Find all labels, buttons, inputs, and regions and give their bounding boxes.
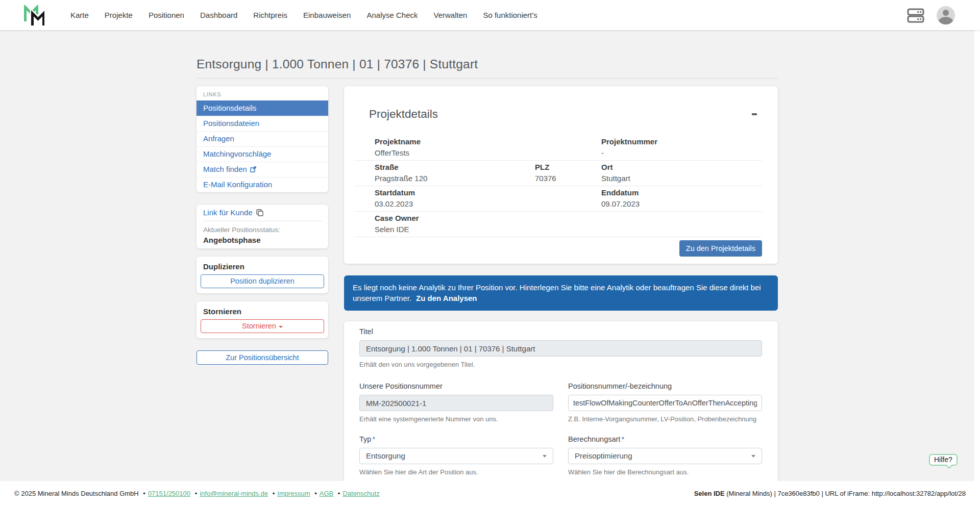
nav-item-so-funktionierts[interactable]: So funktioniert's bbox=[483, 11, 537, 19]
links-card: LINKS Positionsdetails Positionsdateien … bbox=[197, 86, 328, 192]
field-value: - bbox=[601, 148, 762, 158]
field-label: Case Owner bbox=[375, 214, 535, 223]
footer-datenschutz-link[interactable]: Datenschutz bbox=[342, 490, 379, 497]
to-project-details-button[interactable]: Zu den Projektdetails bbox=[679, 240, 762, 257]
sidebar-item-match-finden[interactable]: Match finden bbox=[197, 162, 328, 177]
nav-item-positionen[interactable]: Positionen bbox=[149, 11, 184, 19]
nav-item-karte[interactable]: Karte bbox=[70, 11, 89, 19]
analytics-info-banner: Es liegt noch keine Analytik zu Ihrer Po… bbox=[344, 275, 778, 311]
duplicate-card: Duplizieren Position duplizieren bbox=[197, 257, 328, 293]
copy-icon bbox=[256, 209, 263, 216]
title-divider bbox=[197, 78, 778, 79]
typ-hint: Wählen Sie hier die Art der Position aus… bbox=[359, 468, 553, 476]
nav-item-projekte[interactable]: Projekte bbox=[105, 11, 133, 19]
sidebar-item-matchingvorschlaege[interactable]: Matchingvorschläge bbox=[197, 146, 328, 162]
field-value: Pragstraße 120 bbox=[375, 174, 535, 183]
cancel-heading: Stornieren bbox=[203, 307, 322, 316]
nav-item-analyse-check[interactable]: Analyse Check bbox=[366, 11, 418, 19]
duplicate-heading: Duplizieren bbox=[203, 262, 322, 271]
user-avatar[interactable] bbox=[937, 6, 955, 24]
field-value: Stuttgart bbox=[601, 174, 762, 183]
field-row: Case OwnerSelen IDE bbox=[354, 212, 762, 237]
caret-down-icon bbox=[279, 326, 283, 328]
field-value: 03.02.2023 bbox=[375, 199, 535, 209]
titel-input bbox=[359, 340, 762, 357]
nav-item-einbauweisen[interactable]: Einbauweisen bbox=[303, 11, 351, 19]
field-row: ProjektnameOfferTests Projektnummer- bbox=[354, 135, 762, 161]
footer-session-info: Selen IDE (Mineral Minds) | 7ce360e83fb0… bbox=[694, 490, 966, 497]
berechnungsart-hint: Wählen Sie hier die Berechnungsart aus. bbox=[568, 468, 762, 476]
field-label: Straße bbox=[375, 163, 535, 172]
page-title: Entsorgung | 1.000 Tonnen | 01 | 70376 |… bbox=[197, 57, 778, 71]
titel-group: Titel Erhält den von uns vorgegebenen Ti… bbox=[359, 327, 762, 368]
project-fields: ProjektnameOfferTests Projektnummer- Str… bbox=[354, 135, 762, 237]
duplicate-position-button[interactable]: Position duplizieren bbox=[201, 274, 324, 288]
field-label: Enddatum bbox=[601, 188, 762, 197]
pos-number-input[interactable] bbox=[568, 395, 762, 411]
sidebar-item-anfragen[interactable]: Anfragen bbox=[197, 131, 328, 146]
pos-number-label: Positionsnummer/-bezeichnung bbox=[568, 382, 762, 391]
field-value: Selen IDE bbox=[375, 225, 535, 234]
project-details-heading: Projektdetails bbox=[369, 108, 438, 121]
typ-select[interactable]: Entsorgung bbox=[359, 448, 553, 464]
external-link-icon bbox=[250, 166, 256, 172]
sidebar-item-positionsdetails[interactable]: Positionsdetails bbox=[197, 100, 328, 116]
pos-number-group: Positionsnummer/-bezeichnung Z.B. Intern… bbox=[568, 382, 762, 423]
footer-phone-link[interactable]: 07151/250100 bbox=[148, 490, 190, 497]
titel-hint: Erhält den von uns vorgegebenen Titel. bbox=[359, 361, 762, 368]
nav-item-richtpreis[interactable]: Richtpreis bbox=[253, 11, 287, 19]
main-column: Projektdetails ProjektnameOfferTests Pro… bbox=[344, 86, 778, 481]
customer-link[interactable]: Link für Kunde bbox=[203, 208, 322, 217]
position-overview-button[interactable]: Zur Positionsübersicht bbox=[197, 350, 328, 365]
sidebar: LINKS Positionsdetails Positionsdateien … bbox=[197, 86, 328, 481]
mineral-minds-logo[interactable] bbox=[24, 5, 44, 26]
sidebar-item-positionsdateien[interactable]: Positionsdateien bbox=[197, 116, 328, 131]
nav-item-dashboard[interactable]: Dashboard bbox=[200, 11, 237, 19]
field-value: 70376 bbox=[535, 174, 601, 183]
to-analyses-link[interactable]: Zu den Analysen bbox=[416, 294, 477, 302]
main-menu: Karte Projekte Positionen Dashboard Rich… bbox=[70, 11, 553, 19]
our-number-input bbox=[359, 395, 553, 411]
customer-link-card: Link für Kunde Aktueller Positionsstatus… bbox=[197, 205, 328, 248]
footer-left: © 2025 Mineral Minds Deutschland GmbH •0… bbox=[14, 490, 380, 497]
card-reader-icon[interactable] bbox=[907, 7, 924, 23]
field-value: 09.07.2023 bbox=[601, 199, 762, 209]
position-form-card: Titel Erhält den von uns vorgegebenen Ti… bbox=[344, 321, 778, 481]
select-caret-icon bbox=[543, 455, 547, 458]
field-label: Startdatum bbox=[375, 188, 535, 197]
berechnungsart-label: Berechnungsart* bbox=[568, 435, 762, 444]
typ-label: Typ* bbox=[359, 435, 553, 444]
required-asterisk: * bbox=[372, 435, 375, 443]
divider bbox=[203, 221, 322, 221]
collapse-icon[interactable] bbox=[752, 113, 757, 115]
page-background: Entsorgung | 1.000 Tonnen | 01 | 70376 |… bbox=[0, 30, 974, 481]
footer-impressum-link[interactable]: Impressum bbox=[277, 490, 310, 497]
our-number-label: Unsere Positionsnummer bbox=[359, 382, 553, 391]
sidebar-item-email-konfiguration[interactable]: E-Mail Konfiguration bbox=[197, 177, 328, 192]
nav-item-verwalten[interactable]: Verwalten bbox=[434, 11, 468, 19]
navbar: Karte Projekte Positionen Dashboard Rich… bbox=[0, 0, 980, 30]
field-label: Projektname bbox=[375, 137, 535, 146]
field-label: Ort bbox=[601, 163, 762, 172]
typ-group: Typ* Entsorgung Wählen Sie hier die Art … bbox=[359, 435, 553, 476]
cancel-button[interactable]: Stornieren bbox=[201, 319, 324, 333]
field-label: PLZ bbox=[535, 163, 601, 172]
our-number-group: Unsere Positionsnummer Erhält eine syste… bbox=[359, 382, 553, 423]
footer-email-link[interactable]: info@mineral-minds.de bbox=[200, 490, 268, 497]
field-value: OfferTests bbox=[375, 148, 535, 158]
our-number-hint: Erhält eine systemgenerierte Nummer von … bbox=[359, 415, 553, 423]
project-details-card: Projektdetails ProjektnameOfferTests Pro… bbox=[344, 86, 778, 264]
banner-text: Es liegt noch keine Analytik zu Ihrer Po… bbox=[353, 283, 761, 302]
avatar-person-icon bbox=[943, 10, 949, 16]
field-row: Startdatum03.02.2023 Enddatum09.07.2023 bbox=[354, 186, 762, 212]
berechnungsart-select[interactable]: Preisoptimierung bbox=[568, 448, 762, 464]
required-asterisk: * bbox=[621, 435, 624, 443]
titel-label: Titel bbox=[359, 327, 762, 336]
status-value: Angebotsphase bbox=[203, 236, 322, 244]
status-label: Aktueller Positionsstatus: bbox=[203, 226, 322, 234]
field-label: Projektnummer bbox=[601, 137, 762, 146]
help-button[interactable]: Hilfe? bbox=[929, 454, 958, 466]
cancel-card: Stornieren Stornieren bbox=[197, 301, 328, 338]
footer-agb-link[interactable]: AGB bbox=[320, 490, 333, 497]
pos-number-hint: Z.B. Interne-Vorgangsnummer, LV-Position… bbox=[568, 415, 762, 423]
